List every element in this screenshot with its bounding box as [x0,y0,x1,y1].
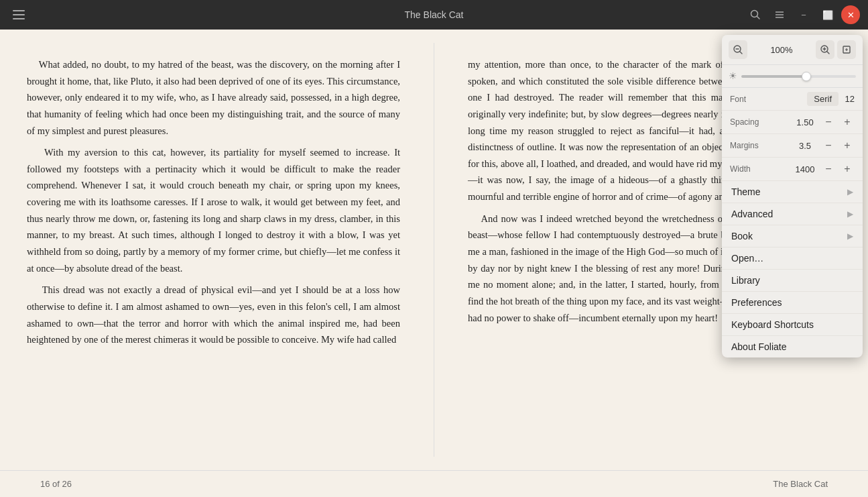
advanced-arrow-icon: ▶ [847,209,853,219]
brightness-bar[interactable]: ☀ [722,65,863,88]
main-content: What added, no doubt, to my hatred of th… [0,30,868,497]
book-menu-item[interactable]: Book ▶ [722,225,863,247]
width-increase-button[interactable]: + [840,162,855,176]
minimize-button[interactable]: − [793,4,814,25]
svg-line-7 [740,52,743,54]
font-row: Font Serif 12 [722,88,863,111]
titlebar-right: − ⬜ ✕ [745,4,860,25]
font-face[interactable]: Serif [807,92,839,106]
advanced-menu-item[interactable]: Advanced ▶ [722,203,863,225]
font-label: Font [730,95,770,104]
zoom-value: 100% [750,45,813,55]
popup-menu: 100% ☀ [722,35,863,357]
theme-menu-item[interactable]: Theme ▶ [722,181,863,203]
spacing-value-container: 1.50 − + [770,115,855,129]
margins-row: Margins 3.5 − + [722,134,863,158]
book-arrow-icon: ▶ [847,231,853,241]
window-title: The Black Cat [405,9,464,20]
left-page-text: What added, no doubt, to my hatred of th… [27,56,400,139]
settings-button[interactable] [769,4,790,25]
spacing-row: Spacing 1.50 − + [722,111,863,134]
open-menu-item[interactable]: Open… [722,247,863,270]
svg-line-1 [757,17,760,19]
library-menu-item[interactable]: Library [722,270,863,292]
page-divider [434,43,434,457]
font-size: 12 [843,94,855,104]
book-footer: 16 of 26 The Black Cat [0,470,868,497]
fit-icon [842,45,851,54]
zoom-out-button[interactable] [729,40,747,59]
margins-value-container: 3.5 − + [770,138,855,153]
theme-label: Theme [731,186,761,197]
width-label: Width [730,164,770,174]
about-foliate-menu-item[interactable]: About Foliate [722,336,863,357]
page-info: 16 of 26 [40,479,72,489]
left-page-text-2: With my aversion to this cat, however, i… [27,144,400,276]
zoom-in-icon [820,45,830,54]
margins-label: Margins [730,141,770,150]
close-button[interactable]: ✕ [841,5,860,24]
settings-icon [774,9,785,20]
width-row: Width 1400 − + [722,158,863,181]
zoom-out-icon [733,45,743,54]
titlebar-left [8,4,29,25]
spacing-decrease-button[interactable]: − [821,115,836,129]
maximize-button[interactable]: ⬜ [817,4,839,25]
keyboard-shortcuts-menu-item[interactable]: Keyboard Shortcuts [722,314,863,336]
brightness-icon: ☀ [729,70,737,82]
advanced-label: Advanced [731,209,773,219]
titlebar: The Black Cat − ⬜ ✕ [0,0,868,30]
book-title-footer: The Black Cat [773,479,828,489]
spacing-value: 1.50 [793,117,817,127]
margins-decrease-button[interactable]: − [821,138,836,153]
menu-button[interactable] [8,4,29,25]
font-value-container: Serif 12 [770,92,855,106]
preferences-menu-item[interactable]: Preferences [722,292,863,314]
brightness-thumb [802,72,811,81]
search-icon [750,9,761,20]
width-value: 1400 [793,164,817,174]
margins-value: 3.5 [793,141,817,151]
theme-arrow-icon: ▶ [847,187,853,197]
margins-increase-button[interactable]: + [840,138,855,153]
fit-button[interactable] [837,40,856,59]
zoom-bar: 100% [722,35,863,65]
zoom-in-button[interactable] [816,40,834,59]
left-page: What added, no doubt, to my hatred of th… [0,43,427,457]
book-label: Book [731,231,753,241]
search-button[interactable] [745,4,766,25]
svg-line-11 [827,52,830,54]
width-decrease-button[interactable]: − [821,162,836,176]
left-page-text-3: This dread was not exactly a dread of ph… [27,282,400,348]
hamburger-icon [13,10,25,19]
spacing-increase-button[interactable]: + [840,115,855,129]
width-value-container: 1400 − + [770,162,855,176]
brightness-slider[interactable] [741,75,856,78]
spacing-label: Spacing [730,117,770,127]
